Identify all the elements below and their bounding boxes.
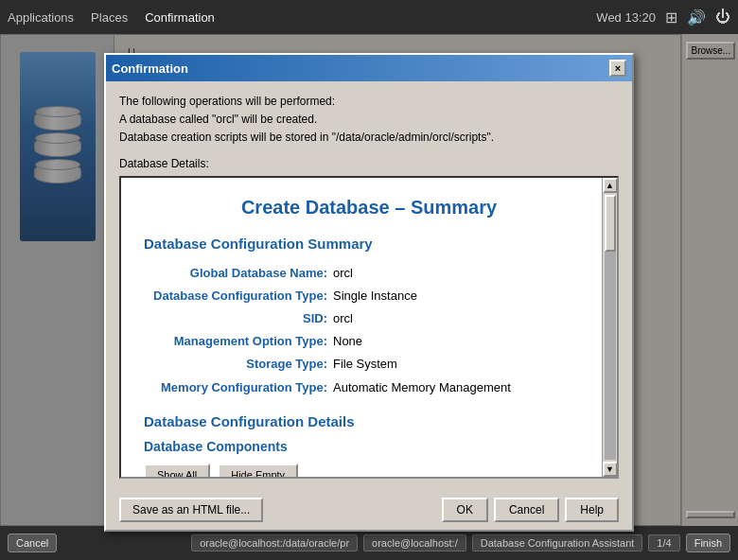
summary-title: Create Database – Summary [144,197,594,219]
bottom-cancel-button[interactable]: Cancel [8,534,57,552]
taskbar-top-right: Wed 13:20 ⊞ 🔊 ⏻ [596,9,730,26]
taskbar-places[interactable]: Places [91,10,128,25]
power-icon[interactable]: ⏻ [715,9,730,26]
summary-scroll-inner: Create Database – Summary Database Confi… [121,178,617,477]
scroll-track[interactable] [605,195,616,460]
value-config-type: Single Instance [333,288,417,305]
info-line-2: A database called "orcl" will be created… [119,111,619,129]
scrollbar[interactable]: ▲ ▼ [602,178,617,477]
label-global-db-name: Global Database Name: [144,265,333,282]
value-memory: Automatic Memory Management [333,379,511,396]
info-line-3: Database creation scripts will be stored… [119,129,619,147]
taskbar-bottom-left: Cancel [8,534,57,552]
clock: Wed 13:20 [596,10,656,25]
label-mgmt: Management Option Type: [144,333,333,350]
taskbar-applications[interactable]: Applications [8,10,74,25]
summary-row-config-type: Database Configuration Type: Single Inst… [144,288,594,305]
value-global-db-name: orcl [333,265,353,282]
hide-empty-button[interactable]: Hide Empty [218,464,298,477]
bottom-finish-button[interactable]: Finish [686,534,730,552]
scroll-up-arrow[interactable]: ▲ [603,178,618,193]
modal-info-text: The following operations will be perform… [119,93,619,148]
network-icon[interactable]: ⊞ [665,9,677,26]
modal-footer: Save as an HTML file... OK Cancel Help [106,490,632,530]
section3-title: Database Components [144,439,594,454]
page-indicator: 1/4 [648,534,679,551]
summary-row-storage: Storage Type: File System [144,356,594,373]
scroll-thumb[interactable] [605,195,616,252]
modal-footer-right: OK Cancel Help [442,498,619,522]
modal-title: Confirmation [112,61,188,76]
taskbar-confirmation[interactable]: Confirmation [145,10,215,25]
status-item-1[interactable]: oracle@localhost:/data/oracle/pr [191,534,358,551]
section1-title: Database Configuration Summary [144,236,594,252]
component-buttons: Show All Hide Empty [144,464,594,477]
value-sid: orcl [333,310,353,327]
label-storage: Storage Type: [144,356,333,373]
label-config-type: Database Configuration Type: [144,288,333,305]
help-button[interactable]: Help [565,498,619,522]
show-all-button[interactable]: Show All [144,464,210,477]
modal-titlebar: Confirmation × [106,55,632,81]
value-storage: File System [333,356,397,373]
confirmation-dialog: Confirmation × The following operations … [104,53,634,532]
save-html-button[interactable]: Save as an HTML file... [119,498,263,522]
desktop: Applications Places Confirmation Wed 13:… [0,0,738,560]
taskbar-bottom-right: oracle@localhost:/data/oracle/pr oracle@… [191,534,730,552]
taskbar-top: Applications Places Confirmation Wed 13:… [0,0,738,34]
summary-row-sid: SID: orcl [144,310,594,327]
scroll-down-arrow[interactable]: ▼ [603,462,618,477]
section2-title: Database Configuration Details [144,413,594,429]
volume-icon[interactable]: 🔊 [687,9,706,26]
modal-body: The following operations will be perform… [106,81,632,490]
ok-button[interactable]: OK [442,498,488,522]
taskbar-top-left: Applications Places Confirmation [8,10,215,25]
summary-row-global-db-name: Global Database Name: orcl [144,265,594,282]
summary-table: Global Database Name: orcl Database Conf… [144,265,594,396]
cancel-button[interactable]: Cancel [494,498,559,522]
info-line-1: The following operations will be perform… [119,93,619,111]
summary-row-memory: Memory Configuration Type: Automatic Mem… [144,379,594,396]
status-item-2[interactable]: oracle@localhost:/ [363,534,466,551]
modal-overlay: Confirmation × The following operations … [0,34,738,526]
label-memory: Memory Configuration Type: [144,379,333,396]
label-sid: SID: [144,310,333,327]
summary-scroll-container[interactable]: Create Database – Summary Database Confi… [119,176,619,479]
value-mgmt: None [333,333,362,350]
summary-row-mgmt: Management Option Type: None [144,333,594,350]
database-details-label: Database Details: [119,157,619,170]
modal-close-button[interactable]: × [609,60,626,77]
status-item-3[interactable]: Database Configuration Assistant [472,534,643,551]
